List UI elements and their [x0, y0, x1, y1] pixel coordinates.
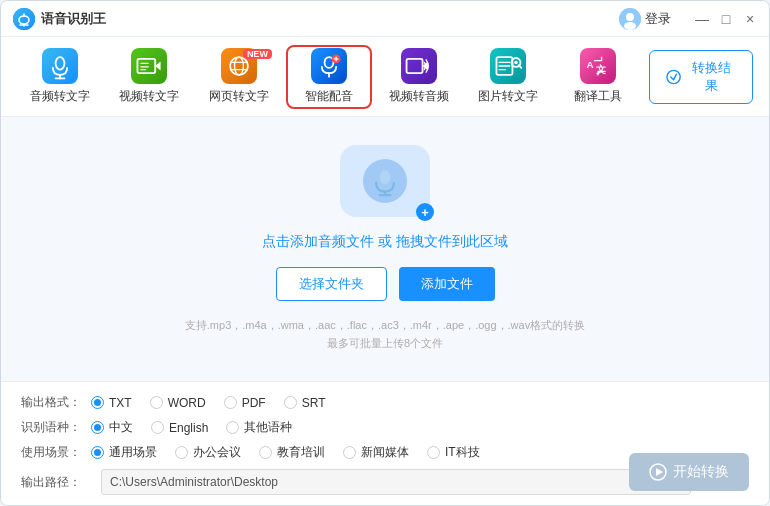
upload-mic-icon: [369, 165, 401, 197]
svg-point-44: [380, 171, 391, 185]
video-to-text-label: 视频转文字: [119, 88, 179, 105]
new-badge: NEW: [243, 49, 272, 59]
toolbar: 音频转文字 视频转文字 NEW: [1, 37, 769, 117]
svg-point-7: [624, 22, 636, 30]
video-to-audio-icon: [401, 48, 437, 84]
login-label: 登录: [645, 10, 671, 28]
upload-icon-inner: [363, 159, 407, 203]
smart-dubbing-label: 智能配音: [305, 88, 353, 105]
scene-it-radio: [427, 446, 440, 459]
upload-plus-icon: +: [416, 203, 434, 221]
scene-it-option[interactable]: IT科技: [427, 444, 480, 461]
img-to-text-label: 图片转文字: [478, 88, 538, 105]
upload-icon-wrap: +: [340, 145, 430, 217]
format-word-radio: [150, 396, 163, 409]
format-txt-option[interactable]: TXT: [91, 396, 132, 410]
format-word-option[interactable]: WORD: [150, 396, 206, 410]
lang-chinese-option[interactable]: 中文: [91, 419, 133, 436]
login-avatar: [619, 8, 641, 30]
video-to-audio-label: 视频转音频: [389, 88, 449, 105]
upload-hint: 支持.mp3，.m4a，.wma，.aac，.flac，.ac3，.m4r，.a…: [185, 317, 585, 352]
scene-education-radio: [259, 446, 272, 459]
output-format-options: TXT WORD PDF SRT: [91, 396, 749, 410]
select-folder-button[interactable]: 选择文件夹: [276, 267, 387, 301]
tool-smart-dubbing[interactable]: 智能配音: [286, 45, 372, 109]
svg-point-6: [626, 13, 634, 21]
start-btn-label: 开始转换: [673, 463, 729, 481]
svg-text:A: A: [586, 59, 593, 70]
titlebar: 语音识别王 登录 — □ ×: [1, 1, 769, 37]
translate-label: 翻译工具: [574, 88, 622, 105]
tool-img-to-text[interactable]: 图片转文字: [465, 45, 551, 109]
content-area: + 点击添加音频文件 或 拖拽文件到此区域 选择文件夹 添加文件 支持.mp3，…: [1, 117, 769, 505]
translate-icon: A 文: [580, 48, 616, 84]
lang-english-radio: [151, 421, 164, 434]
convert-result-button[interactable]: 转换结果: [649, 50, 753, 104]
scene-news-option[interactable]: 新闻媒体: [343, 444, 409, 461]
format-srt-option[interactable]: SRT: [284, 396, 326, 410]
scene-education-option[interactable]: 教育培训: [259, 444, 325, 461]
convert-result-label: 转换结果: [687, 59, 736, 95]
web-to-text-label: 网页转文字: [209, 88, 269, 105]
logo-icon: [13, 8, 35, 30]
start-icon: [649, 463, 667, 481]
svg-rect-29: [403, 50, 435, 82]
upload-buttons: 选择文件夹 添加文件: [276, 267, 495, 301]
img-to-text-icon: [490, 48, 526, 84]
maximize-button[interactable]: □: [719, 12, 733, 26]
tool-translate[interactable]: A 文 翻译工具: [555, 45, 641, 109]
minimize-button[interactable]: —: [695, 12, 709, 26]
lang-chinese-radio: [91, 421, 104, 434]
audio-to-text-icon: [42, 48, 78, 84]
format-pdf-radio: [224, 396, 237, 409]
login-button[interactable]: 登录: [619, 8, 671, 30]
tool-web-to-text[interactable]: NEW 网页转文字: [196, 45, 282, 109]
audio-to-text-label: 音频转文字: [30, 88, 90, 105]
add-file-button[interactable]: 添加文件: [399, 267, 495, 301]
tool-video-to-text[interactable]: 视频转文字: [107, 45, 193, 109]
svg-point-43: [667, 70, 680, 83]
scene-office-radio: [175, 446, 188, 459]
upload-text: 点击添加音频文件 或 拖拽文件到此区域: [262, 233, 508, 251]
convert-result-icon: [666, 69, 681, 85]
tool-video-to-audio[interactable]: 视频转音频: [376, 45, 462, 109]
tool-audio-to-text[interactable]: 音频转文字: [17, 45, 103, 109]
output-path-input[interactable]: [101, 469, 691, 495]
lang-other-option[interactable]: 其他语种: [226, 419, 292, 436]
scene-news-radio: [343, 446, 356, 459]
video-to-text-icon: [131, 48, 167, 84]
language-row: 识别语种： 中文 English 其他语种: [21, 419, 749, 436]
format-srt-radio: [284, 396, 297, 409]
scene-general-option[interactable]: 通用场景: [91, 444, 157, 461]
upload-area: + 点击添加音频文件 或 拖拽文件到此区域 选择文件夹 添加文件 支持.mp3，…: [1, 117, 769, 381]
output-path-label: 输出路径：: [21, 474, 91, 491]
app-logo: 语音识别王: [13, 8, 106, 30]
start-convert-button[interactable]: 开始转换: [629, 453, 749, 491]
titlebar-controls: 登录 — □ ×: [619, 8, 757, 30]
language-label: 识别语种：: [21, 419, 91, 436]
format-txt-radio: [91, 396, 104, 409]
svg-marker-48: [656, 468, 663, 476]
smart-dubbing-icon: [311, 48, 347, 84]
lang-other-radio: [226, 421, 239, 434]
window-controls: — □ ×: [695, 12, 757, 26]
scene-label: 使用场景：: [21, 444, 91, 461]
output-format-row: 输出格式： TXT WORD PDF: [21, 394, 749, 411]
close-button[interactable]: ×: [743, 12, 757, 26]
scene-office-option[interactable]: 办公会议: [175, 444, 241, 461]
svg-point-38: [514, 61, 518, 65]
lang-english-option[interactable]: English: [151, 421, 208, 435]
scene-general-radio: [91, 446, 104, 459]
output-format-label: 输出格式：: [21, 394, 91, 411]
format-pdf-option[interactable]: PDF: [224, 396, 266, 410]
settings-wrapper: 输出格式： TXT WORD PDF: [1, 381, 769, 505]
app-title: 语音识别王: [41, 10, 106, 28]
language-options: 中文 English 其他语种: [91, 419, 749, 436]
